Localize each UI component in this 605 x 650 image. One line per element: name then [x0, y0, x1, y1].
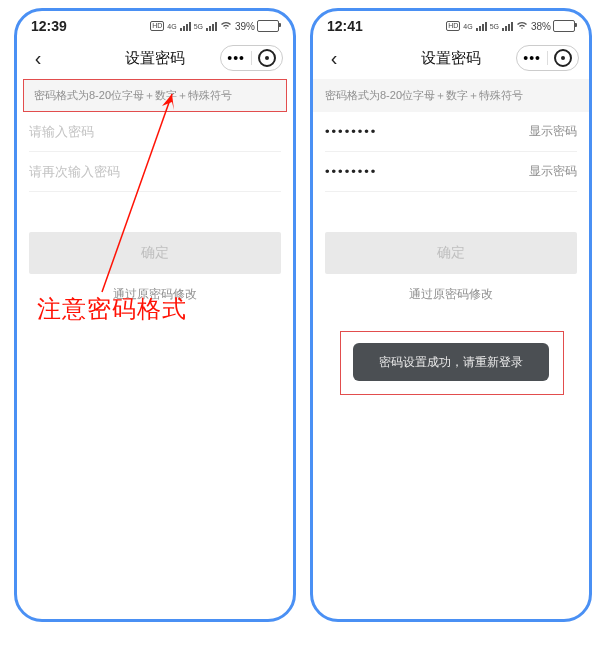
format-hint: 密码格式为8-20位字母＋数字＋特殊符号 [23, 79, 287, 112]
status-bar: 12:39 HD 4G 5G 39% [17, 11, 293, 41]
back-button[interactable]: ‹ [319, 47, 349, 70]
confirm-button[interactable]: 确定 [29, 232, 281, 274]
clock: 12:39 [31, 18, 67, 34]
clock: 12:41 [327, 18, 363, 34]
confirm-button[interactable]: 确定 [325, 232, 577, 274]
capsule-button[interactable]: ••• [516, 45, 579, 71]
target-icon[interactable] [554, 49, 572, 67]
net-label-icon: 4G [167, 23, 176, 30]
net-label-icon-2: 5G [490, 23, 499, 30]
signal-icon-1 [476, 22, 487, 31]
signal-icon-2 [206, 22, 217, 31]
change-by-old-link[interactable]: 通过原密码修改 [313, 286, 589, 303]
password-field-1[interactable] [29, 112, 281, 152]
signal-icon-1 [180, 22, 191, 31]
show-password-1[interactable]: 显示密码 [521, 123, 577, 140]
status-bar: 12:41 HD 4G 5G 38% [313, 11, 589, 41]
hd-icon: HD [446, 21, 460, 31]
hd-icon: HD [150, 21, 164, 31]
password-input-2[interactable] [325, 152, 521, 191]
net-label-icon-2: 5G [194, 23, 203, 30]
signal-icon-2 [502, 22, 513, 31]
capsule-button[interactable]: ••• [220, 45, 283, 71]
more-icon[interactable]: ••• [523, 54, 541, 62]
nav-bar: ‹ 设置密码 ••• [313, 41, 589, 75]
wifi-icon [220, 21, 232, 32]
back-button[interactable]: ‹ [23, 47, 53, 70]
toast-message: 密码设置成功，请重新登录 [353, 343, 549, 381]
password-input-2[interactable] [29, 152, 281, 191]
canvas: 12:39 HD 4G 5G 39% ‹ 设置密码 ••• [0, 0, 605, 650]
password-field-2[interactable]: 显示密码 [325, 152, 577, 192]
net-label-icon: 4G [463, 23, 472, 30]
password-input-1[interactable] [325, 112, 521, 151]
battery-icon [257, 20, 279, 32]
password-field-2[interactable] [29, 152, 281, 192]
show-password-2[interactable]: 显示密码 [521, 163, 577, 180]
phone-right: 12:41 HD 4G 5G 38% ‹ 设置密码 ••• [310, 8, 592, 622]
format-hint: 密码格式为8-20位字母＋数字＋特殊符号 [313, 79, 589, 112]
nav-bar: ‹ 设置密码 ••• [17, 41, 293, 75]
password-input-1[interactable] [29, 112, 281, 151]
annotation-note: 注意密码格式 [37, 293, 187, 325]
battery-label: 39% [235, 21, 255, 32]
more-icon[interactable]: ••• [227, 54, 245, 62]
battery-icon [553, 20, 575, 32]
password-field-1[interactable]: 显示密码 [325, 112, 577, 152]
target-icon[interactable] [258, 49, 276, 67]
wifi-icon [516, 21, 528, 32]
battery-label: 38% [531, 21, 551, 32]
